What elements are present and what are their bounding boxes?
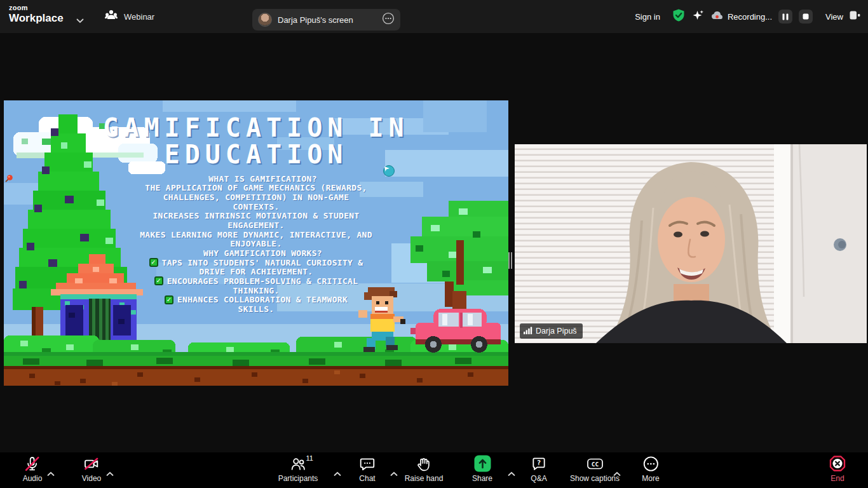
captions-icon: CC xyxy=(586,455,603,472)
slide-text-line: INCREASES INTRINSIC MOTIVATION & STUDENT xyxy=(4,212,508,221)
microphone-muted-icon xyxy=(24,455,41,472)
participants-icon: 11 xyxy=(289,455,306,472)
audio-button[interactable]: Audio xyxy=(23,455,43,483)
participants-count-badge: 11 xyxy=(306,454,313,462)
show-captions-button[interactable]: CC Show captions xyxy=(570,455,620,483)
share-screen-icon xyxy=(474,455,491,472)
participant-video xyxy=(515,144,867,343)
video-options-chevron-icon[interactable] xyxy=(106,468,114,479)
slide-text-line: ENGAGEMENT. xyxy=(4,220,508,230)
shared-screen-slide: GAMIFICATION IN EDUCATION WHAT IS GAMIFI… xyxy=(4,100,508,386)
participant-name: Darja Pipuš xyxy=(536,327,577,336)
share-options-chevron-icon[interactable] xyxy=(508,468,516,479)
qa-label: Q&A xyxy=(531,474,546,483)
more-icon xyxy=(642,455,659,472)
share-button[interactable]: Share xyxy=(472,455,492,483)
slide-title-line2: EDUCATION xyxy=(4,141,508,168)
security-shield-icon[interactable] xyxy=(672,8,686,25)
chevron-down-icon[interactable] xyxy=(76,15,84,26)
checkbox-icon: ✓ xyxy=(154,276,163,285)
slide-text-line: ENJOYABLE. xyxy=(4,239,508,248)
logo-zoom-text: zoom xyxy=(9,4,64,11)
top-bar: zoom Workplace Webinar Darja Pipuš's scr… xyxy=(0,0,868,33)
pause-recording-button[interactable] xyxy=(778,10,792,24)
slide-text-line: THE APPLICATION OF GAME MECHANICS (REWAR… xyxy=(4,184,508,193)
share-label: Share xyxy=(472,474,492,483)
webinar-tab[interactable]: Webinar xyxy=(104,0,154,33)
slide-heading: WHY GAMIFICATION WORKS? xyxy=(4,248,508,258)
participants-label: Participants xyxy=(278,474,318,483)
slide-text-line: CONTEXTS. xyxy=(4,202,508,212)
captions-options-chevron-icon[interactable] xyxy=(613,468,621,479)
webinar-label: Webinar xyxy=(124,12,154,22)
video-label: Video xyxy=(82,474,101,483)
svg-text:?: ? xyxy=(537,459,541,467)
logo-workplace-text: Workplace xyxy=(9,13,64,24)
sign-in-button[interactable]: Sign in xyxy=(635,12,660,22)
video-button[interactable]: Video xyxy=(82,455,101,483)
raise-hand-label: Raise hand xyxy=(405,474,444,483)
meeting-stage: GAMIFICATION IN EDUCATION WHAT IS GAMIFI… xyxy=(0,33,868,452)
chat-options-chevron-icon[interactable] xyxy=(390,468,398,479)
chat-icon xyxy=(359,455,376,472)
end-button[interactable]: End xyxy=(829,455,846,483)
audio-label: Audio xyxy=(23,474,43,483)
more-button[interactable]: More xyxy=(642,455,659,483)
participant-name-tag: Darja Pipuš xyxy=(520,323,583,339)
presenter-cursor-icon xyxy=(383,165,395,177)
svg-text:CC: CC xyxy=(591,461,599,468)
ai-companion-sparkle-icon[interactable] xyxy=(692,9,705,24)
chat-button[interactable]: Chat xyxy=(359,455,376,483)
checkbox-icon: ✓ xyxy=(165,295,173,304)
raise-hand-button[interactable]: Raise hand xyxy=(405,455,444,483)
participants-button[interactable]: 11 Participants xyxy=(278,455,318,483)
raise-hand-icon xyxy=(416,455,432,472)
shared-screen-tab[interactable]: Darja Pipuš's screen xyxy=(252,9,400,30)
slide-check-line: ✓ ENHANCES COLLABORATION & TEAMWORK xyxy=(4,295,508,304)
slide-title: GAMIFICATION IN EDUCATION xyxy=(4,114,508,168)
slide-text-line: THINKING. xyxy=(4,286,508,295)
slide-check-line: ✓ TAPS INTO STUDENTS' NATURAL CURIOSITY … xyxy=(4,258,508,268)
participants-options-chevron-icon[interactable] xyxy=(334,468,342,479)
more-label: More xyxy=(642,474,659,483)
recording-status-label: Recording... xyxy=(728,12,772,22)
slide-text-line: DRIVE FOR ACHIEVEMENT. xyxy=(4,267,508,276)
meeting-toolbar: Audio Video 11 Participants xyxy=(0,452,868,488)
shared-screen-tab-label: Darja Pipuš's screen xyxy=(278,15,376,25)
captions-label: Show captions xyxy=(570,474,620,483)
tab-more-options-icon[interactable] xyxy=(382,12,395,27)
checkbox-icon: ✓ xyxy=(149,258,158,267)
slide-text-line: MAKES LEARNING MORE DYNAMIC, INTERACTIVE… xyxy=(4,230,508,240)
slide-check-line: ✓ ENCOURAGES PROBLEM-SOLVING & CRITICAL xyxy=(4,276,508,286)
audio-options-chevron-icon[interactable] xyxy=(47,468,55,479)
slide-title-line1: GAMIFICATION IN xyxy=(4,114,508,141)
slide-text-line: SKILLS. xyxy=(4,304,508,314)
presenter-avatar xyxy=(258,13,272,27)
end-meeting-icon xyxy=(829,455,846,472)
signal-strength-icon xyxy=(524,325,532,337)
zoom-workplace-logo: zoom Workplace xyxy=(9,4,64,24)
stop-recording-button[interactable] xyxy=(799,10,813,24)
qa-button[interactable]: ? Q&A xyxy=(531,455,547,483)
slide-text-line: CHALLENGES, COMPETITION) IN NON-GAME xyxy=(4,193,508,202)
chat-label: Chat xyxy=(359,474,375,483)
pushpin-icon xyxy=(195,174,205,184)
view-button-label[interactable]: View xyxy=(825,12,843,22)
panel-resize-handle[interactable] xyxy=(507,252,513,269)
qa-icon: ? xyxy=(531,455,547,472)
cloud-recording-icon xyxy=(711,10,724,23)
camera-muted-icon xyxy=(83,455,100,472)
webinar-people-icon xyxy=(104,9,118,24)
end-label: End xyxy=(831,474,844,483)
view-layout-icon[interactable] xyxy=(850,11,860,22)
slide-body-text: WHAT IS GAMIFICATION? THE APPLICATION OF… xyxy=(4,174,508,314)
pushpin-icon xyxy=(190,248,200,258)
slide-heading: WHAT IS GAMIFICATION? xyxy=(4,174,508,184)
participant-video-tile[interactable]: Darja Pipuš xyxy=(515,144,867,343)
